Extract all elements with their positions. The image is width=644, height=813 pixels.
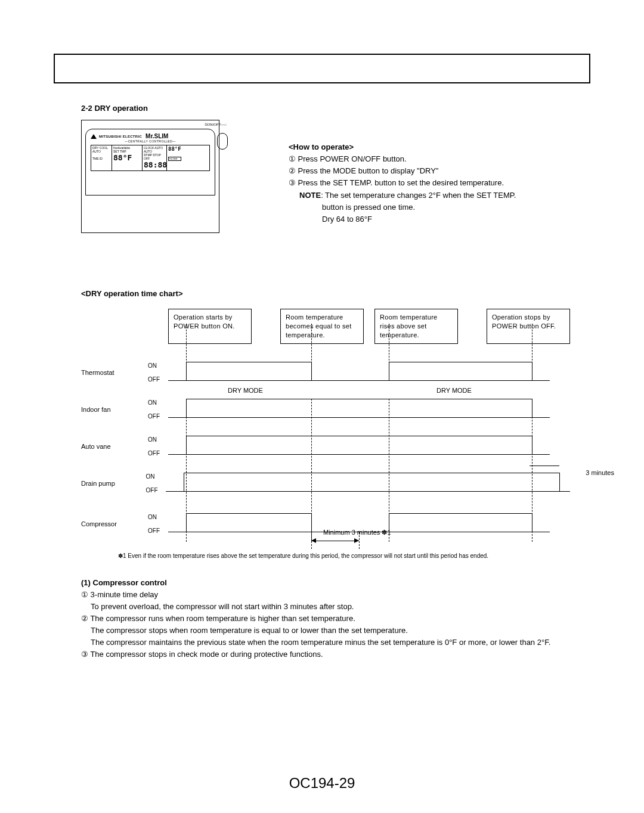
three-minutes-label: 3 minutes <box>586 469 614 476</box>
off-label: OFF <box>148 376 168 383</box>
cc-line1: ① 3-minute time delay <box>81 589 590 601</box>
on-label: ON <box>148 399 168 406</box>
off-label: OFF <box>148 527 168 534</box>
off-label: OFF <box>146 487 166 494</box>
howto-title: <How to operate> <box>289 141 516 153</box>
note-body1: : The set temperature changes 2°F when t… <box>321 191 516 200</box>
off-label: OFF <box>148 413 168 420</box>
min3-label: Minimum 3 minutes ✽1 <box>323 529 391 536</box>
onoff-label: ①ON/OFF—○ <box>205 122 227 126</box>
lcd-c3l2: STMP STOP OFF <box>144 153 165 160</box>
mitsubishi-logo-icon <box>91 134 97 139</box>
header-bar <box>54 54 590 83</box>
row-label-drain-pump: Drain pump <box>81 480 146 487</box>
centrally-controlled: —CENTRALLY CONTROLLED— <box>91 139 210 143</box>
event-box-4: Operation stops by POWER button OFF. <box>487 309 570 344</box>
brand-small: MITSUBISHI ELECTRIC <box>99 135 142 138</box>
event-box-3: Room temperature rises above set tempera… <box>374 309 458 344</box>
filter-badge: FILTER <box>168 157 181 161</box>
lcd-time: 88:88 <box>144 160 167 169</box>
howto-step-1: ① Press POWER ON/OFF button. <box>289 153 516 165</box>
compressor-control-section: (1) Compressor control ① 3-minute time d… <box>81 577 590 661</box>
on-label: ON <box>148 514 168 520</box>
timing-chart: Operation starts by POWER button ON. Roo… <box>81 309 570 559</box>
event-box-1: Operation starts by POWER button ON. <box>168 309 252 344</box>
howto-step-2: ② Press the MODE button to display "DRY" <box>289 165 516 177</box>
cc-line2c: The compressor maintains the previous st… <box>91 637 590 648</box>
on-label: ON <box>148 436 168 443</box>
remote-illustration: ①ON/OFF—○ MITSUBISHI ELECTRIC Mr.SLIM —C… <box>81 120 219 233</box>
cc-line3: ③ The compressor stops in check mode or … <box>81 648 590 660</box>
lcd-c1l3: TME ID <box>92 157 110 160</box>
cc-line2: ② The compressor runs when room temperat… <box>81 613 590 625</box>
section-title: 2-2 DRY operation <box>81 104 590 113</box>
row-label-indoor-fan: Indoor fan <box>81 406 148 413</box>
lcd-c3l1: CLOCK AUTO AUTO <box>144 146 165 153</box>
cc-line1b: To prevent overload, the compressor will… <box>91 601 590 613</box>
off-label: OFF <box>148 450 168 457</box>
howto-step-3: ③ Press the SET TEMP. button to set the … <box>289 177 516 189</box>
on-label: ON <box>148 362 168 369</box>
row-label-auto-vane: Auto vane <box>81 443 148 450</box>
lcd-right-temp: 88°F <box>168 146 181 152</box>
lcd-temp: 88°F <box>113 153 132 162</box>
lcd-c1l2: AUTO <box>92 150 110 153</box>
chart-title: <DRY operation time chart> <box>81 289 590 298</box>
lcd-panel: DRY COOL AUTO TME ID NotAvailable SET TM… <box>91 145 210 171</box>
page-number: OC194-29 <box>0 775 644 792</box>
power-button-icon <box>217 133 228 150</box>
note-body2: button is pressed one time. <box>322 201 516 213</box>
on-label: ON <box>146 473 166 480</box>
row-label-thermostat: Thermostat <box>81 369 148 376</box>
dry-mode-label-2: DRY MODE <box>436 387 472 394</box>
note-body3: Dry 64 to 86°F <box>322 213 516 225</box>
note-label: NOTE <box>299 191 321 200</box>
brand-big: Mr.SLIM <box>145 133 168 139</box>
event-box-2: Room temperature becomes equal to set te… <box>280 309 364 344</box>
dry-mode-label-1: DRY MODE <box>228 387 263 394</box>
compressor-control-title: (1) Compressor control <box>81 577 590 589</box>
cc-line2b: The compressor stops when room temperatu… <box>91 625 590 637</box>
how-to-operate: <How to operate> ① Press POWER ON/OFF bu… <box>289 141 516 225</box>
footnote-1: ✽1 Even if the room temperature rises ab… <box>118 553 570 559</box>
row-label-compressor: Compressor <box>81 520 148 527</box>
